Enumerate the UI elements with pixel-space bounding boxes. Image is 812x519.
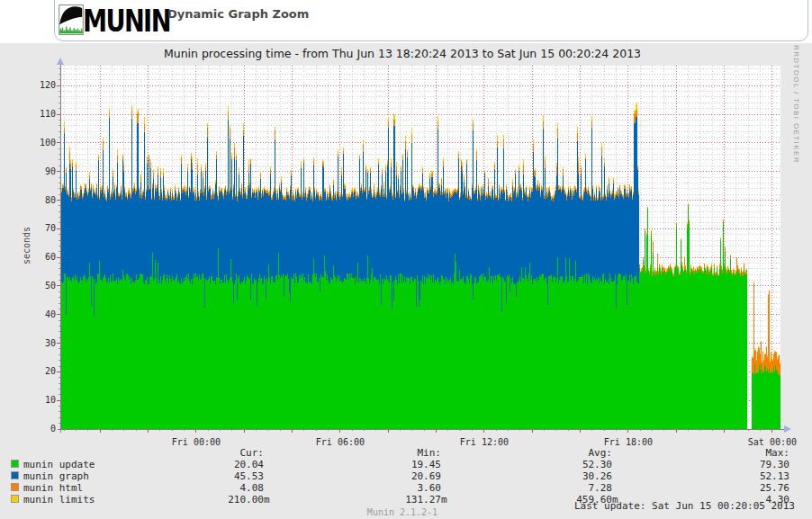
legend-value-update-cur: 20.04	[135, 459, 264, 470]
legend-value-limits-cur: 210.00	[135, 494, 264, 506]
legend-header-avg: Avg:	[483, 447, 612, 459]
legend-value-html-cur: 4.08	[135, 482, 264, 494]
legend-value-update-avg: 52.30	[483, 459, 612, 470]
legend-value-html-min: 3.60	[312, 482, 441, 494]
legend-value-graph-min: 20.69	[312, 470, 441, 482]
legend-unit-limits-cur: m	[264, 494, 273, 506]
legend-header-min: Min:	[312, 447, 441, 459]
legend-value-html-avg: 7.28	[483, 482, 612, 494]
legend-value-html-max: 25.76	[654, 482, 789, 494]
legend-value-graph-cur: 45.53	[135, 470, 264, 482]
munin-version: Munin 2.1.2-1	[0, 507, 805, 517]
legend-unit-limits-min: m	[441, 494, 450, 506]
legend-header-cur: Cur:	[135, 447, 264, 459]
legend-swatch-html	[12, 484, 18, 490]
legend-value-graph-avg: 30.26	[483, 470, 612, 482]
legend-swatch-limits	[12, 496, 18, 502]
legend-value-limits-min: 131.27	[312, 494, 441, 506]
legend-value-update-max: 79.30	[654, 459, 789, 470]
legend: Cur:Min:Avg:Max:munin update20.0419.4552…	[0, 0, 812, 519]
legend-value-update-min: 19.45	[312, 459, 441, 470]
legend-value-graph-max: 52.13	[654, 470, 789, 482]
munin-dynazoom-page: MUNIN Dynamic Graph Zoom Munin processin…	[0, 0, 812, 519]
legend-swatch-graph	[12, 472, 18, 479]
legend-header-max: Max:	[654, 447, 789, 459]
legend-swatch-update	[12, 461, 18, 467]
